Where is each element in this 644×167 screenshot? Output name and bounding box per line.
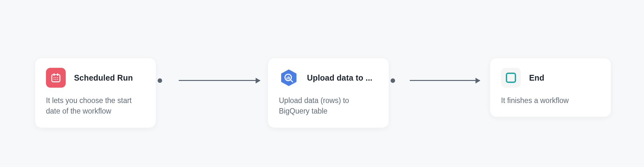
- node-description: Upload data (rows) to BigQuery table: [279, 95, 378, 117]
- svg-point-4: [56, 77, 56, 78]
- svg-marker-9: [281, 69, 296, 86]
- node-title: Upload data to ...: [307, 73, 372, 83]
- edge-arrow: [179, 80, 260, 81]
- node-title: Scheduled Run: [74, 73, 133, 83]
- bigquery-icon: [279, 68, 299, 88]
- node-header: Upload data to ...: [279, 68, 378, 88]
- node-scheduled-run[interactable]: Scheduled Run It lets you choose the sta…: [35, 58, 156, 128]
- edge-arrow: [410, 80, 480, 81]
- node-description: It finishes a workflow: [501, 95, 600, 106]
- node-header: End: [501, 68, 600, 88]
- node-header: Scheduled Run: [46, 68, 145, 88]
- end-square-icon: [501, 68, 521, 88]
- node-description: It lets you choose the start date of the…: [46, 95, 145, 117]
- svg-point-8: [57, 79, 58, 80]
- svg-point-6: [54, 79, 55, 80]
- output-port[interactable]: [391, 78, 395, 83]
- svg-point-3: [54, 77, 55, 78]
- svg-point-5: [57, 77, 58, 78]
- calendar-icon: [46, 68, 66, 88]
- output-port[interactable]: [158, 78, 162, 83]
- node-end[interactable]: End It finishes a workflow: [490, 58, 611, 117]
- node-upload-data[interactable]: Upload data to ... Upload data (rows) to…: [268, 58, 389, 128]
- workflow-canvas[interactable]: Scheduled Run It lets you choose the sta…: [0, 0, 644, 167]
- svg-point-7: [56, 79, 56, 80]
- node-title: End: [529, 73, 544, 83]
